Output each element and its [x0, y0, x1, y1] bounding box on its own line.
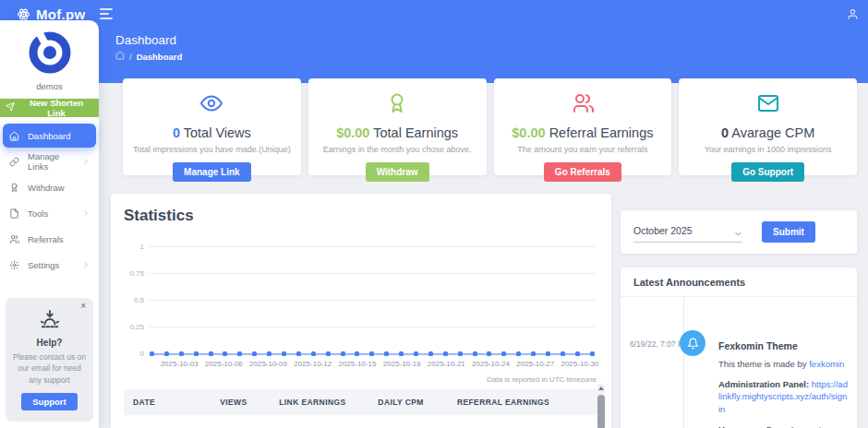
stat-card-avarage-cpm: 0 Avarage CPMYour earnings in 1000 impre… [679, 78, 857, 175]
sidebar-toggle-icon[interactable] [100, 8, 113, 19]
chart-data-point [399, 351, 404, 356]
eye-icon [130, 92, 294, 118]
stat-title: Referral Earnings [549, 125, 654, 140]
mail-icon [686, 92, 850, 118]
chart-data-point [267, 351, 271, 356]
table-row: 2025-10-010$0.000$0.00 [124, 415, 598, 428]
chevron-right-icon [82, 158, 90, 165]
brand[interactable]: Mof.pw [17, 6, 85, 22]
table-header-cell: LINK EARNINGS [270, 389, 368, 415]
users-icon [9, 233, 20, 244]
sidebar-username: demos [0, 81, 99, 91]
chart-data-point [282, 351, 286, 356]
scroll-up-arrow-icon[interactable] [598, 386, 604, 390]
chart-data-point [590, 351, 595, 356]
table-cell: 0 [368, 415, 448, 428]
y-axis-tick: 0.75 [120, 269, 144, 278]
logo-icon [28, 30, 72, 75]
chart-data-point [516, 351, 521, 356]
chart-data-point [252, 351, 257, 356]
table-cell: 0 [211, 415, 270, 428]
month-select[interactable]: October 2025 [633, 222, 742, 243]
breadcrumb-separator: / [129, 52, 132, 62]
table-scrollbar[interactable] [597, 384, 605, 428]
announcements-card: Latest Announcements 6/19/22, 7:07 PM Fe… [621, 268, 857, 428]
timeline-line [683, 297, 684, 428]
stat-value: 0 [721, 125, 729, 140]
table-cell: 2025-10-01 [124, 415, 211, 428]
send-icon [6, 102, 15, 113]
chart-data-point [473, 351, 477, 356]
stat-card-total-views: 0 Total ViewsTotal impressions you have … [123, 78, 301, 175]
chart-gridline: 0.75 [150, 273, 595, 274]
chart-footnote: Data is reported in UTC timezone [124, 375, 598, 384]
manage-link-button[interactable]: Manage Link [173, 162, 251, 182]
chart-gridline: 0.5 [150, 300, 595, 301]
brand-name: Mof.pw [36, 6, 85, 22]
topbar: Mof.pw [0, 0, 868, 28]
x-axis-tick: 2025-10-15 [338, 360, 376, 368]
chart-data-point [384, 351, 389, 356]
month-filter-card: October 2025 Submit [621, 210, 857, 254]
y-axis-tick: 0.25 [120, 323, 144, 331]
stat-value: 0 [173, 125, 180, 140]
chart-data-point [428, 351, 433, 356]
gear-icon [9, 259, 20, 270]
chart-data-point [296, 351, 301, 356]
chart-data-point [223, 351, 227, 356]
announcement-heading: Fexkomin Theme [718, 339, 848, 353]
sidebar-item-label: Dashboard [28, 131, 90, 141]
x-axis-tick: 2025-10-24 [472, 360, 510, 368]
sidebar-item-withdraw[interactable]: Withdraw [3, 175, 96, 199]
fexkomin-link[interactable]: fexkomin [809, 359, 844, 369]
sidebar-item-settings[interactable]: Settings [3, 253, 96, 277]
sidebar-item-label: Settings [28, 260, 82, 270]
help-text: Please contact us on our email for need … [12, 351, 87, 386]
withdraw-button[interactable]: Withdraw [366, 162, 429, 182]
submit-button[interactable]: Submit [762, 221, 815, 243]
x-axis-tick: 2025-10-06 [205, 360, 243, 368]
stat-title: Total Views [184, 125, 251, 140]
sidebar-item-label: Withdraw [28, 183, 90, 193]
y-axis-tick: 0 [120, 350, 144, 358]
chart-data-point [414, 351, 418, 356]
user-menu-icon[interactable] [847, 7, 859, 24]
chart-data-point [501, 351, 506, 356]
month-select-wrap: October 2025 [633, 221, 742, 243]
close-icon[interactable]: × [80, 302, 86, 311]
support-button[interactable]: Support [21, 393, 77, 410]
username-label: Username: [718, 424, 764, 428]
table-header-cell: VIEWS [211, 389, 270, 415]
x-axis-tick: 2025-10-03 [161, 360, 199, 368]
chart-x-axis: 2025-10-032025-10-062025-10-092025-10-12… [150, 360, 595, 371]
sidebar-item-manage-links[interactable]: Manage Links [3, 149, 96, 173]
table-header-cell: DAILY CPM [368, 389, 448, 415]
table-cell: $0.00 [270, 415, 368, 428]
table-header-cell: REFERRAL EARNINGS [448, 389, 598, 415]
x-axis-tick: 2025-10-21 [428, 360, 465, 368]
stat-title: Total Earnings [373, 125, 458, 140]
chart-gridline: 1 [150, 246, 595, 247]
x-axis-tick: 2025-10-30 [561, 360, 598, 368]
sidebar-item-dashboard[interactable]: Dashboard [3, 124, 96, 148]
announcement-content: Fexkomin Theme This theme is made by fex… [718, 339, 848, 428]
table-header-row: DATEVIEWSLINK EARNINGSDAILY CPMREFERRAL … [124, 389, 598, 415]
bell-icon [680, 330, 705, 356]
scrollbar-thumb[interactable] [597, 395, 605, 428]
sidebar-item-referrals[interactable]: Referrals [3, 227, 96, 251]
chart-data-point [458, 351, 463, 356]
help-title: Help? [12, 338, 87, 348]
chart-data-point [355, 351, 359, 356]
chart-data-point [369, 351, 374, 356]
x-axis-tick: 2025-10-09 [249, 360, 287, 368]
stat-card-referral-earnings: $0.00 Referral EarningsThe amount you ea… [494, 78, 672, 175]
go-support-button[interactable]: Go Support [731, 162, 804, 182]
stat-subtitle: The amount you earn your referrals [501, 145, 665, 154]
new-shorten-link-button[interactable]: New Shorten Link [0, 99, 99, 117]
chart-dots [150, 351, 595, 356]
home-icon[interactable] [115, 51, 125, 62]
announcement-line1: This theme is made by [718, 359, 809, 369]
go-referrals-button[interactable]: Go Referrals [544, 162, 621, 182]
statistics-chart: 10.750.50.250 [150, 247, 595, 354]
sidebar-item-tools[interactable]: Tools [3, 201, 96, 225]
